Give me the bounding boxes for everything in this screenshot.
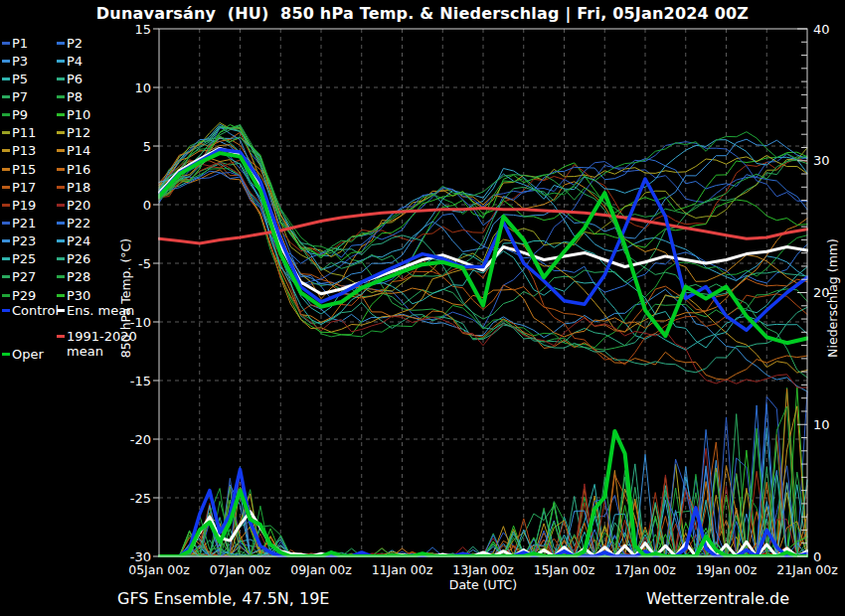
y-left-tick-label: -25 (130, 491, 151, 506)
legend-item-p7: P7 (2, 89, 28, 103)
legend-line-swatch (57, 77, 65, 80)
legend-item-p25: P25 (2, 252, 36, 266)
legend-item-label: P27 (12, 269, 36, 284)
legend-item-label: P10 (67, 107, 90, 122)
legend-item-label: P23 (12, 233, 36, 248)
legend-item-label: P1 (12, 36, 28, 51)
legend-item-label: P4 (67, 54, 83, 69)
x-axis-title: Date (UTC) (449, 577, 517, 592)
legend-line-swatch (57, 168, 65, 171)
legend-item-label: P21 (12, 216, 36, 231)
legend-item-p28: P28 (57, 270, 90, 284)
legend-line-swatch (2, 239, 10, 242)
legend-item-label: P13 (12, 143, 36, 158)
legend-line-swatch (57, 186, 65, 189)
chart-legend: P1P2P3P4P5P6P7P8P9P10P11P12P13P14P15P16P… (2, 0, 156, 378)
x-tick-label: 07Jan 00z (210, 562, 271, 577)
legend-item-label: P25 (12, 251, 36, 266)
legend-line-swatch (57, 113, 65, 116)
legend-line-swatch (2, 186, 10, 189)
x-tick-label: 15Jan 00z (534, 562, 595, 577)
legend-line-swatch (57, 335, 65, 338)
legend-item-label: P8 (67, 89, 83, 104)
legend-item-control: Control (2, 303, 59, 317)
x-tick-label: 13Jan 00z (452, 562, 514, 577)
legend-item-ens-mean: Ens. mean (57, 303, 134, 317)
legend-item-label: P6 (67, 72, 83, 86)
y-right-tick-label: 30 (813, 153, 830, 168)
x-tick-label: 19Jan 00z (696, 562, 758, 577)
legend-item-p21: P21 (2, 217, 36, 231)
legend-item-p27: P27 (2, 270, 36, 284)
legend-item-p24: P24 (57, 234, 90, 248)
legend-line-swatch (2, 149, 10, 152)
legend-item-p2: P2 (57, 36, 83, 50)
member-temp-line (159, 169, 807, 348)
legend-item-label: P16 (67, 162, 90, 177)
x-tick-label: 09Jan 00z (290, 562, 352, 577)
legend-item-p1: P1 (2, 36, 28, 50)
legend-item-label: Ens. mean (67, 303, 134, 318)
y-right-axis-title: Niederschlag (mm) (825, 238, 840, 358)
legend-item-label: P18 (67, 180, 90, 195)
legend-item-p10: P10 (57, 108, 90, 122)
legend-item-p9: P9 (2, 108, 28, 122)
legend-line-swatch (2, 309, 10, 312)
legend-item-label: P30 (67, 288, 90, 303)
legend-item-label: P22 (67, 216, 90, 231)
legend-line-swatch (2, 275, 10, 278)
legend-item-p18: P18 (57, 180, 90, 194)
y-right-tick-label: 40 (813, 22, 830, 37)
legend-line-swatch (2, 131, 10, 134)
legend-line-swatch (57, 257, 65, 260)
legend-line-swatch (2, 257, 10, 260)
x-tick-label: 17Jan 00z (614, 562, 676, 577)
legend-line-swatch (2, 42, 10, 45)
x-tick-label: 11Jan 00z (372, 562, 433, 577)
legend-item-p17: P17 (2, 180, 36, 194)
x-tick-label: 05Jan 00z (128, 562, 190, 577)
legend-line-swatch (57, 222, 65, 225)
legend-item-label: P11 (12, 125, 36, 140)
gfs-ensemble-meteogram: Dunavarsány (HU) 850 hPa Temp. & Nieders… (0, 0, 845, 616)
legend-line-swatch (57, 131, 65, 134)
legend-line-swatch (2, 222, 10, 225)
legend-item-label: P17 (12, 180, 36, 195)
legend-item-label: 1991-2020mean (67, 329, 137, 359)
legend-item-label: P9 (12, 107, 28, 122)
legend-line-swatch (57, 239, 65, 242)
legend-item-p15: P15 (2, 162, 36, 176)
legend-item-p23: P23 (2, 234, 36, 248)
legend-item-label: P14 (67, 143, 90, 158)
legend-item-clim-mean: 1991-2020mean (57, 329, 137, 359)
legend-line-swatch (57, 294, 65, 297)
legend-item-label: P5 (12, 72, 28, 86)
legend-line-swatch (57, 309, 65, 312)
legend-item-label: P15 (12, 162, 36, 177)
legend-line-swatch (2, 95, 10, 98)
legend-item-oper: Oper (2, 347, 44, 361)
legend-line-swatch (2, 294, 10, 297)
legend-item-label: P12 (67, 125, 90, 140)
x-tick-label: 21Jan 00z (776, 562, 838, 577)
legend-item-p6: P6 (57, 72, 83, 85)
legend-item-p29: P29 (2, 288, 36, 302)
y-left-tick-label: -20 (130, 432, 151, 447)
legend-line-swatch (57, 275, 65, 278)
legend-item-p26: P26 (57, 252, 90, 266)
model-run-caption: GFS Ensemble, 47.5N, 19E (117, 589, 329, 608)
legend-item-p13: P13 (2, 144, 36, 158)
legend-line-swatch (57, 204, 65, 207)
legend-item-p12: P12 (57, 126, 90, 140)
legend-item-p11: P11 (2, 126, 36, 140)
legend-item-p5: P5 (2, 72, 28, 85)
legend-item-label: P24 (67, 233, 90, 248)
site-watermark: Wetterzentrale.de (646, 589, 789, 608)
legend-line-swatch (2, 60, 10, 63)
legend-line-swatch (57, 42, 65, 45)
legend-item-p14: P14 (57, 144, 90, 158)
legend-line-swatch (2, 204, 10, 207)
legend-item-label: P20 (67, 198, 90, 213)
legend-item-p8: P8 (57, 89, 83, 103)
legend-item-label: P3 (12, 54, 28, 69)
